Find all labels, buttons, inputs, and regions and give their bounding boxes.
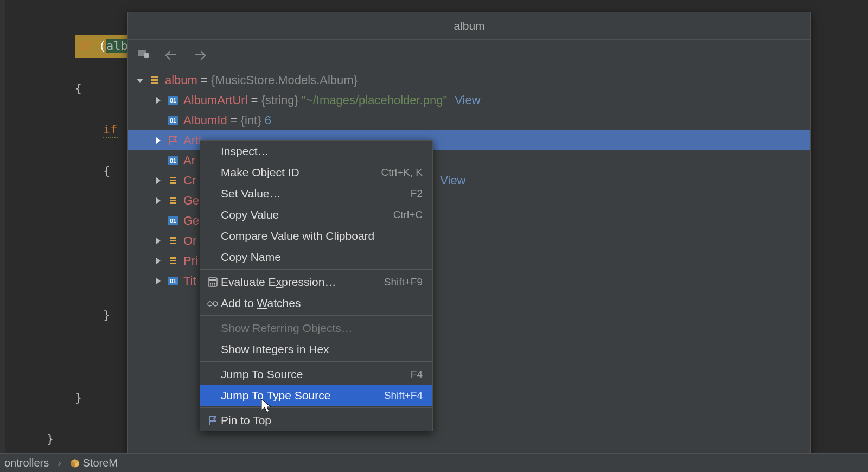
node-type: {string} [261, 90, 298, 110]
ctx-separator [200, 361, 432, 362]
svg-rect-12 [170, 180, 176, 181]
tree-node-albumArtUrl[interactable]: 01 AlbumArtUrl = {string} "~/Images/plac… [128, 90, 810, 110]
object-icon [149, 75, 161, 85]
ctx-label: Inspect… [221, 145, 423, 158]
ctx-make-object-id[interactable]: Make Object ID Ctrl+K, K [200, 162, 432, 183]
ctx-label: Jump To Type Source [221, 389, 384, 402]
ctx-label: Make Object ID [221, 166, 381, 179]
node-name: Arti [183, 130, 201, 150]
ctx-label: Pin to Top [221, 414, 423, 427]
svg-rect-13 [170, 182, 176, 184]
svg-rect-4 [151, 82, 158, 84]
node-name: Pri [183, 251, 198, 271]
property-icon: 01 [167, 276, 179, 286]
keyword-if: if [103, 123, 118, 138]
object-icon [167, 236, 179, 246]
property-icon: 01 [167, 216, 179, 226]
view-link[interactable]: View [440, 170, 465, 190]
ctx-jump-type-source[interactable]: Jump To Type Source Shift+F4 [200, 385, 432, 406]
ctx-copy-value[interactable]: Copy Value Ctrl+C [200, 204, 432, 225]
chevron-right-icon: › [58, 457, 61, 469]
expand-icon[interactable] [152, 94, 165, 107]
calculator-icon [205, 277, 221, 287]
ctx-label: Compare Value with Clipboard [221, 229, 423, 243]
ctx-label: Show Integers in Hex [221, 343, 423, 356]
svg-point-31 [214, 282, 215, 283]
ctx-pin-top[interactable]: Pin to Top [200, 410, 432, 431]
svg-rect-21 [170, 243, 176, 244]
ctx-label: Add to Watches [221, 297, 423, 310]
node-name: Or [183, 231, 196, 251]
svg-rect-14 [170, 197, 176, 199]
ctx-compare-clipboard[interactable]: Compare Value with Clipboard [200, 225, 432, 246]
svg-point-36 [213, 302, 218, 306]
ctx-separator [200, 315, 432, 316]
svg-rect-2 [151, 76, 158, 78]
svg-rect-15 [170, 200, 176, 201]
ctx-copy-name[interactable]: Copy Name [200, 246, 432, 267]
ctx-label: Copy Name [221, 251, 423, 264]
node-name: Ar [183, 150, 195, 170]
collapse-icon[interactable] [133, 74, 146, 87]
breadcrumb-segment[interactable]: StoreM [70, 457, 118, 469]
ctx-separator [200, 269, 432, 270]
property-icon: 01 [167, 95, 179, 105]
node-name: AlbumId [183, 110, 227, 130]
property-icon: 01 [167, 116, 179, 125]
svg-text:01: 01 [170, 157, 176, 164]
ctx-jump-source[interactable]: Jump To Source F4 [200, 363, 432, 385]
svg-text:01: 01 [170, 97, 176, 104]
flag-icon [205, 416, 221, 425]
expand-icon[interactable] [152, 194, 165, 207]
brace: { [75, 81, 82, 95]
view-link[interactable]: View [455, 90, 480, 110]
glasses-icon [205, 299, 221, 307]
expand-icon[interactable] [152, 275, 165, 288]
capture-icon[interactable] [138, 49, 150, 61]
ctx-label: Show Referring Objects… [221, 322, 423, 335]
svg-rect-3 [151, 79, 158, 81]
expand-icon[interactable] [152, 174, 165, 187]
ctx-shortcut: F4 [411, 368, 423, 380]
ctx-separator [200, 407, 432, 408]
forward-icon[interactable] [193, 48, 206, 61]
svg-text:01: 01 [170, 218, 176, 224]
expand-icon[interactable] [152, 134, 165, 147]
ctx-shortcut: Shift+F4 [384, 390, 423, 401]
node-type: {MusicStore.Models.Album} [211, 70, 358, 90]
popup-title: album [128, 12, 810, 40]
ctx-label: Set Value… [221, 187, 411, 200]
brace: } [47, 432, 54, 445]
expand-icon[interactable] [152, 234, 165, 247]
ctx-show-referring: Show Referring Objects… [200, 317, 432, 339]
svg-point-29 [210, 282, 211, 283]
svg-rect-19 [170, 237, 176, 239]
back-icon[interactable] [165, 48, 178, 61]
ctx-shortcut: Ctrl+K, K [381, 167, 423, 178]
svg-rect-22 [170, 257, 176, 259]
object-icon [167, 256, 179, 266]
ctx-set-value[interactable]: Set Value… F2 [200, 183, 432, 204]
ctx-show-hex[interactable]: Show Integers in Hex [200, 339, 432, 360]
node-name: Ge [183, 190, 199, 211]
breadcrumb-segment[interactable]: ontrollers [4, 457, 49, 469]
expand-icon[interactable] [152, 254, 165, 267]
ctx-add-watches[interactable]: Add to Watches [200, 292, 432, 314]
svg-point-35 [208, 302, 212, 306]
node-value: "~/Images/placeholder.png" [302, 90, 447, 110]
breadcrumb[interactable]: ontrollers › StoreM [0, 453, 868, 472]
ctx-label: Evaluate Expression… [221, 276, 384, 289]
node-value: 6 [265, 110, 271, 130]
editor-code: if (alb { if { } } } if (album = { cache… [47, 14, 131, 472]
svg-text:01: 01 [170, 278, 176, 284]
code-paren: ( [92, 39, 106, 53]
tree-node-albumId[interactable]: 01 AlbumId = {int} 6 [128, 110, 810, 130]
brace: } [103, 308, 110, 322]
svg-point-32 [210, 284, 211, 285]
tree-node-album[interactable]: album = {MusicStore.Models.Album} [128, 70, 810, 90]
ctx-inspect[interactable]: Inspect… [200, 141, 432, 162]
context-menu: Inspect… Make Object ID Ctrl+K, K Set Va… [200, 140, 433, 431]
ctx-evaluate-expression[interactable]: Evaluate Expression… Shift+F9 [200, 271, 432, 292]
svg-text:01: 01 [170, 117, 176, 124]
popup-toolbar [128, 40, 810, 70]
